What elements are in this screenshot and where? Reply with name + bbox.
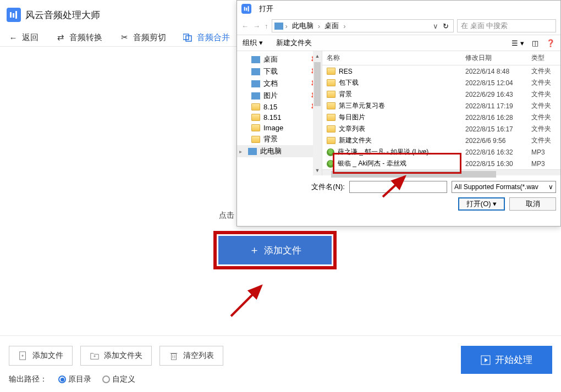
- file-name: 第三单元复习卷: [339, 101, 385, 111]
- horizontal-scrollbar[interactable]: [322, 169, 560, 175]
- new-folder-menu[interactable]: 新建文件夹: [276, 38, 312, 48]
- convert-icon: ⇄: [55, 32, 66, 43]
- col-name-header[interactable]: 名称: [322, 51, 465, 65]
- media-icon: [327, 160, 334, 168]
- nav-up-icon[interactable]: ↑: [265, 22, 268, 30]
- organize-menu[interactable]: 组织 ▾: [243, 38, 263, 48]
- tab-convert[interactable]: ⇄ 音频转换: [55, 32, 102, 43]
- col-type-header[interactable]: 类型: [531, 51, 560, 65]
- clear-button[interactable]: 清空列表: [160, 346, 223, 366]
- tab-back-label: 返回: [22, 32, 38, 43]
- file-date: 2022/8/15 12:04: [465, 79, 531, 87]
- file-date: 2022/8/11 17:19: [465, 102, 531, 110]
- folder-icon: [327, 102, 336, 109]
- svg-rect-0: [10, 12, 12, 18]
- scroll-down-icon[interactable]: ▼: [313, 165, 322, 175]
- sidebar-item-label: 背景: [263, 134, 278, 144]
- svg-rect-1: [13, 13, 14, 18]
- dialog-icon: [241, 4, 251, 14]
- search-placeholder: 在 桌面 中搜索: [461, 21, 508, 31]
- path-bar[interactable]: › 此电脑 › 桌面 › ∨ ↻: [272, 19, 454, 32]
- special-folder-icon: [251, 68, 260, 75]
- sidebar-item-8[interactable]: ▸此电脑: [237, 145, 322, 157]
- file-name: 薛之谦 _ 郁一凡 - 如果说 (Live): [338, 147, 428, 157]
- sidebar-scrollbar[interactable]: ▲ ▼: [313, 51, 322, 175]
- add-file-highlight: ＋ 添加文件: [213, 231, 337, 269]
- sidebar-item-5[interactable]: 8.151: [237, 112, 322, 123]
- add-file-button[interactable]: 添加文件: [9, 346, 73, 366]
- file-row[interactable]: 包下载2022/8/15 12:04文件夹: [322, 77, 560, 89]
- scissors-icon: ✂: [119, 32, 130, 43]
- nav-back-icon[interactable]: ←: [241, 22, 249, 30]
- radio2-label: 自定义: [112, 374, 135, 384]
- dialog-title: 打开: [259, 4, 273, 14]
- tab-cut-label: 音频剪切: [133, 32, 166, 43]
- nav-forward-icon[interactable]: →: [253, 22, 260, 30]
- file-row[interactable]: 银临 _ Aki阿杰 - 牵丝戏2022/8/15 16:30MP3: [322, 158, 560, 169]
- special-folder-icon: [251, 92, 260, 100]
- back-icon: ←: [8, 32, 19, 43]
- tab-convert-label: 音频转换: [69, 32, 102, 43]
- tab-merge[interactable]: 音频合并: [183, 32, 230, 43]
- file-date: 2022/6/14 8:48: [465, 68, 531, 75]
- sidebar-item-7[interactable]: 背景: [237, 133, 322, 145]
- file-date: 2022/6/6 9:56: [465, 137, 531, 145]
- file-date: 2022/8/15 16:30: [465, 160, 531, 168]
- special-folder-icon: [251, 80, 260, 87]
- sidebar-item-3[interactable]: 图片📌: [237, 90, 322, 102]
- file-row[interactable]: 第三单元复习卷2022/8/11 17:19文件夹: [322, 100, 560, 112]
- sidebar-item-label: 下载: [263, 67, 278, 76]
- file-row[interactable]: 每日图片2022/8/16 16:28文件夹: [322, 112, 560, 123]
- file-type: 文件夹: [531, 124, 560, 134]
- sidebar-item-label: 图片: [263, 91, 278, 101]
- sidebar-item-2[interactable]: 文档📌: [237, 78, 322, 90]
- file-date: 2022/6/29 16:43: [465, 91, 531, 98]
- sidebar-item-label: Image: [263, 124, 283, 132]
- sidebar-item-label: 桌面: [263, 54, 278, 64]
- file-date: 2022/8/16 16:32: [465, 148, 531, 156]
- radio1-label: 原目录: [68, 374, 91, 384]
- sidebar-item-6[interactable]: Image: [237, 123, 322, 133]
- file-list: 名称 修改日期 类型 RES2022/6/14 8:48文件夹包下载2022/8…: [322, 51, 560, 175]
- file-type: 文件夹: [531, 78, 560, 87]
- help-icon[interactable]: ❓: [546, 39, 555, 47]
- file-row[interactable]: 新建文件夹2022/6/6 9:56文件夹: [322, 135, 560, 146]
- start-label: 开始处理: [495, 354, 532, 366]
- file-type: MP3: [531, 160, 560, 168]
- file-row[interactable]: 文章列表2022/8/15 16:17文件夹: [322, 123, 560, 135]
- file-row[interactable]: 薛之谦 _ 郁一凡 - 如果说 (Live)2022/8/16 16:32MP3: [322, 146, 560, 158]
- path-seg-1[interactable]: 此电脑: [290, 21, 316, 31]
- sidebar-item-0[interactable]: 桌面📌: [237, 53, 322, 65]
- folder-icon: [327, 79, 336, 86]
- sidebar-item-1[interactable]: 下载📌: [237, 65, 322, 78]
- refresh-icon[interactable]: ↻: [441, 22, 451, 30]
- start-button[interactable]: 开始处理: [461, 346, 552, 374]
- filename-input[interactable]: [349, 181, 447, 193]
- tab-cut[interactable]: ✂ 音频剪切: [119, 32, 166, 43]
- file-type: 文件夹: [531, 67, 560, 76]
- file-row[interactable]: 背景2022/6/29 16:43文件夹: [322, 89, 560, 100]
- col-date-header[interactable]: 修改日期: [465, 51, 531, 65]
- tab-back[interactable]: ← 返回: [8, 32, 38, 43]
- view-menu[interactable]: ☰ ▾: [512, 39, 524, 47]
- add-folder-button[interactable]: 添加文件夹: [80, 346, 152, 366]
- path-seg-2[interactable]: 桌面: [322, 21, 341, 31]
- file-filter-select[interactable]: All Supported Formats(*.wav∨: [452, 181, 556, 193]
- cancel-button[interactable]: 取消: [509, 197, 556, 211]
- sidebar-item-4[interactable]: 8.15📌: [237, 102, 322, 112]
- open-button[interactable]: 打开(O) ▾: [458, 197, 505, 211]
- radio-checked-icon: [58, 376, 66, 383]
- pc-icon: [248, 148, 257, 155]
- radio-custom-dir[interactable]: 自定义: [102, 374, 135, 384]
- file-date: 2022/8/16 16:28: [465, 114, 531, 122]
- search-box[interactable]: 在 桌面 中搜索: [457, 19, 556, 32]
- tab-merge-label: 音频合并: [197, 32, 230, 43]
- folder-icon: [251, 114, 260, 121]
- add-file-big-button[interactable]: ＋ 添加文件: [218, 236, 332, 264]
- file-name: 每日图片: [339, 113, 365, 122]
- folder-icon: [327, 68, 336, 75]
- radio-original-dir[interactable]: 原目录: [58, 374, 91, 384]
- scroll-up-icon[interactable]: ▲: [313, 51, 322, 61]
- preview-icon[interactable]: ◫: [532, 39, 538, 47]
- file-row[interactable]: RES2022/6/14 8:48文件夹: [322, 65, 560, 77]
